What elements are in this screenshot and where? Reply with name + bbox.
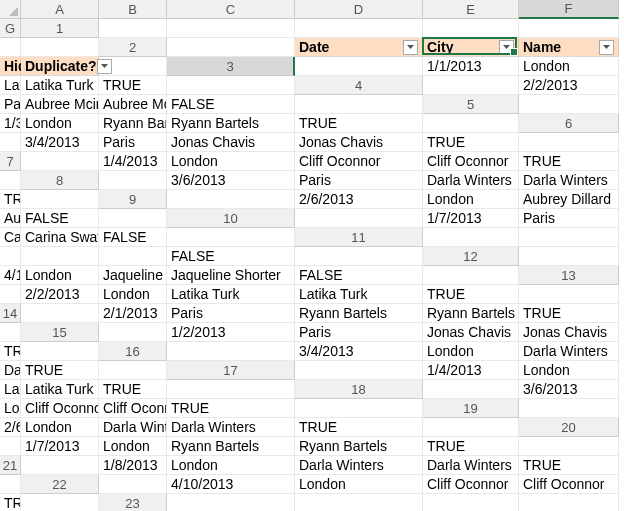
table-cell-duplicate[interactable]: TRUE bbox=[167, 399, 295, 418]
table-cell-city[interactable]: London bbox=[167, 152, 295, 171]
cell-A8[interactable] bbox=[99, 171, 167, 190]
cell-A14[interactable] bbox=[21, 304, 99, 323]
table-cell-date[interactable]: 1/1/2013 bbox=[423, 57, 519, 76]
cell-C1[interactable] bbox=[295, 19, 423, 38]
cell-A3[interactable] bbox=[295, 57, 423, 76]
cell-A18[interactable] bbox=[423, 380, 519, 399]
table-cell-hidden[interactable]: Carina Swafford bbox=[21, 228, 99, 247]
table-cell-hidden[interactable]: Cliff Oconnor bbox=[99, 399, 167, 418]
row-head-15[interactable]: 15 bbox=[21, 323, 99, 342]
table-cell-name[interactable]: Ryann Bartels bbox=[295, 304, 423, 323]
cell-A19[interactable] bbox=[519, 399, 619, 418]
table-cell-hidden[interactable]: Jonas Chavis bbox=[295, 133, 423, 152]
cell-A5[interactable] bbox=[519, 95, 619, 114]
select-all-corner[interactable] bbox=[0, 0, 21, 19]
row-head-13[interactable]: 13 bbox=[519, 266, 619, 285]
cell-G14[interactable] bbox=[0, 323, 21, 342]
table-cell-duplicate[interactable]: TRUE bbox=[519, 152, 619, 171]
row-head-20[interactable]: 20 bbox=[519, 418, 619, 437]
table-cell-date[interactable]: 2/2/2013 bbox=[519, 76, 619, 95]
cell-G5[interactable] bbox=[423, 114, 519, 133]
table-cell-name[interactable]: Jaqueline Shorter bbox=[99, 266, 167, 285]
table-cell-duplicate[interactable]: TRUE bbox=[295, 114, 423, 133]
table-cell-hidden[interactable]: Darla Winters bbox=[423, 456, 519, 475]
table-cell-duplicate[interactable]: TRUE bbox=[423, 285, 519, 304]
table-cell-duplicate[interactable]: TRUE bbox=[99, 380, 167, 399]
table-cell-name[interactable]: Cliff Oconnor bbox=[295, 152, 423, 171]
table-cell-hidden[interactable]: Jonas Chavis bbox=[519, 323, 619, 342]
col-head-A[interactable]: A bbox=[21, 0, 99, 19]
cell-F1[interactable] bbox=[0, 38, 21, 57]
table-cell-duplicate[interactable]: TRUE bbox=[0, 190, 21, 209]
table-cell-name[interactable]: Latika Turk bbox=[0, 76, 21, 95]
table-cell-name[interactable]: Cliff Oconnor bbox=[21, 399, 99, 418]
table-cell-city[interactable]: London bbox=[21, 266, 99, 285]
table-cell-city[interactable]: London bbox=[99, 285, 167, 304]
table-cell-name[interactable]: Latika Turk bbox=[167, 285, 295, 304]
cell-G6[interactable] bbox=[519, 133, 619, 152]
table-cell-name[interactable]: Ryann Bartels bbox=[99, 114, 167, 133]
table-cell-city[interactable]: London bbox=[21, 418, 99, 437]
cell-G1[interactable] bbox=[21, 38, 99, 57]
table-cell-city[interactable]: Paris bbox=[295, 323, 423, 342]
cell-A23[interactable] bbox=[167, 494, 295, 511]
cell-G21[interactable] bbox=[0, 475, 21, 494]
row-head-12[interactable]: 12 bbox=[423, 247, 519, 266]
table-cell-duplicate[interactable]: TRUE bbox=[0, 494, 21, 511]
table-cell-date[interactable]: 1/8/2013 bbox=[99, 456, 167, 475]
cell-A12[interactable] bbox=[519, 247, 619, 266]
col-head-D[interactable]: D bbox=[295, 0, 423, 19]
table-cell-duplicate[interactable]: FALSE bbox=[99, 228, 167, 247]
table-cell-city[interactable]: London bbox=[519, 361, 619, 380]
empty-cell[interactable] bbox=[519, 494, 619, 511]
table-cell-city[interactable]: London bbox=[21, 114, 99, 133]
cell-G20[interactable] bbox=[519, 437, 619, 456]
cell-A17[interactable] bbox=[295, 361, 423, 380]
table-cell-hidden[interactable]: Darla Winters bbox=[0, 361, 21, 380]
row-head-7[interactable]: 7 bbox=[0, 152, 21, 171]
cell-B1[interactable] bbox=[167, 19, 295, 38]
table-cell-city[interactable]: London bbox=[519, 57, 619, 76]
table-cell-city[interactable] bbox=[0, 247, 21, 266]
table-cell-hidden[interactable]: Latika Turk bbox=[21, 380, 99, 399]
table-cell-duplicate[interactable]: FALSE bbox=[295, 266, 423, 285]
table-cell-city[interactable]: London bbox=[423, 190, 519, 209]
cell-G12[interactable] bbox=[423, 266, 519, 285]
table-cell-hidden[interactable]: Latika Turk bbox=[21, 76, 99, 95]
cell-G19[interactable] bbox=[423, 418, 519, 437]
row-head-14[interactable]: 14 bbox=[0, 304, 21, 323]
col-head-E[interactable]: E bbox=[423, 0, 519, 19]
table-cell-name[interactable]: Jonas Chavis bbox=[423, 323, 519, 342]
cell-G13[interactable] bbox=[519, 285, 619, 304]
cell-G7[interactable] bbox=[0, 171, 21, 190]
table-cell-date[interactable]: 1/4/2013 bbox=[423, 361, 519, 380]
header-city[interactable]: City bbox=[423, 38, 519, 57]
table-cell-name[interactable] bbox=[21, 247, 99, 266]
cell-A6[interactable] bbox=[0, 133, 21, 152]
table-cell-name[interactable]: Aubree Mcintosh bbox=[21, 95, 99, 114]
table-cell-hidden[interactable]: Aubrey Dillard bbox=[0, 209, 21, 228]
table-cell-date[interactable]: 2/1/2013 bbox=[99, 304, 167, 323]
row-head-6[interactable]: 6 bbox=[519, 114, 619, 133]
cell-A22[interactable] bbox=[99, 475, 167, 494]
table-cell-date[interactable]: 3/4/2013 bbox=[295, 342, 423, 361]
table-cell-duplicate[interactable]: TRUE bbox=[423, 437, 519, 456]
table-cell-hidden[interactable]: Ryann Bartels bbox=[423, 304, 519, 323]
table-cell-duplicate[interactable]: TRUE bbox=[99, 76, 167, 95]
row-head-2[interactable]: 2 bbox=[99, 38, 167, 57]
table-cell-date[interactable]: 3/6/2013 bbox=[519, 380, 619, 399]
table-cell-name[interactable]: Ryann Bartels bbox=[167, 437, 295, 456]
table-cell-city[interactable]: London bbox=[295, 475, 423, 494]
header-name[interactable]: Name bbox=[519, 38, 619, 57]
table-cell-duplicate[interactable]: TRUE bbox=[295, 418, 423, 437]
table-cell-date[interactable]: 1/7/2013 bbox=[21, 437, 99, 456]
spreadsheet-grid[interactable]: ABCDEFG12DateCityNameHidden?Duplicate?31… bbox=[0, 0, 624, 511]
cell-A13[interactable] bbox=[0, 285, 21, 304]
cell-A21[interactable] bbox=[21, 456, 99, 475]
table-cell-date[interactable]: 1/2/2013 bbox=[167, 323, 295, 342]
table-cell-city[interactable]: Paris bbox=[0, 95, 21, 114]
table-cell-hidden[interactable]: Cliff Oconnor bbox=[519, 475, 619, 494]
cell-A10[interactable] bbox=[295, 209, 423, 228]
table-cell-name[interactable]: Aubrey Dillard bbox=[519, 190, 619, 209]
row-head-1[interactable]: 1 bbox=[21, 19, 99, 38]
